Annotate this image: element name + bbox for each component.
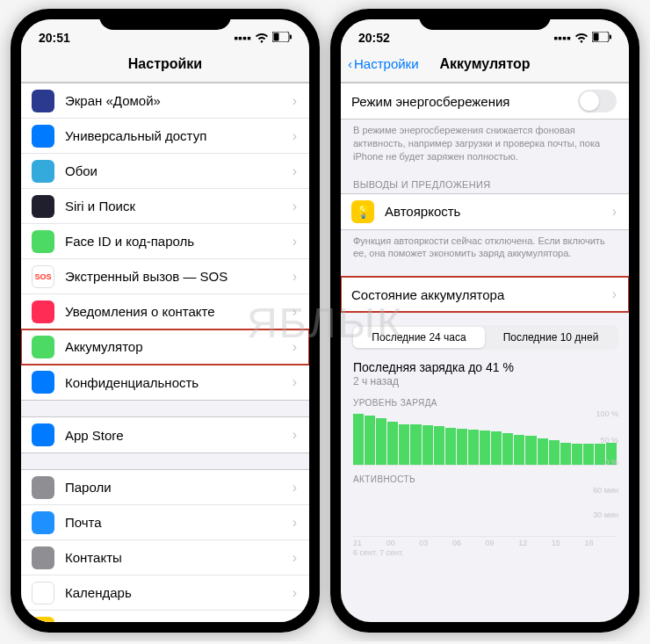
settings-row[interactable]: Пароли› bbox=[21, 470, 309, 505]
row-label: Экстренный вызов — SOS bbox=[65, 269, 287, 284]
settings-row[interactable]: Контакты› bbox=[21, 540, 309, 575]
row-label: App Store bbox=[65, 428, 287, 443]
settings-row[interactable]: Заметки› bbox=[21, 611, 309, 622]
low-power-footer: В режиме энергосбережения снижается фоно… bbox=[341, 119, 629, 163]
status-time: 20:51 bbox=[39, 31, 70, 45]
low-power-toggle[interactable] bbox=[578, 90, 617, 112]
chevron-right-icon: › bbox=[292, 128, 297, 144]
signal-icon: ▪▪▪▪ bbox=[553, 31, 571, 45]
chevron-right-icon: › bbox=[292, 304, 297, 320]
svg-rect-1 bbox=[274, 33, 279, 41]
level-bar bbox=[434, 426, 444, 465]
activity-bar bbox=[549, 535, 560, 536]
seg-24h[interactable]: Последние 24 часа bbox=[353, 327, 485, 348]
x-tick: 21 bbox=[353, 539, 386, 547]
app-icon bbox=[32, 230, 54, 253]
chevron-right-icon: › bbox=[612, 204, 617, 220]
settings-row[interactable]: Обои› bbox=[21, 154, 309, 189]
level-bar bbox=[538, 438, 548, 466]
settings-row[interactable]: Универсальный доступ› bbox=[21, 119, 309, 154]
activity-bar bbox=[445, 535, 456, 536]
row-label: Контакты bbox=[65, 550, 287, 565]
notch bbox=[99, 9, 231, 30]
seg-10d[interactable]: Последние 10 дней bbox=[485, 327, 617, 348]
battery-icon bbox=[592, 31, 611, 45]
settings-content[interactable]: Экран «Домой»›Универсальный доступ›Обои›… bbox=[21, 83, 309, 622]
status-time: 20:52 bbox=[358, 31, 390, 45]
signal-icon: ▪▪▪▪ bbox=[234, 31, 251, 45]
x-tick: 15 bbox=[552, 539, 584, 547]
activity-bar bbox=[353, 535, 364, 536]
activity-bar bbox=[572, 535, 582, 536]
settings-group-2: App Store› bbox=[21, 416, 309, 453]
row-label: Универсальный доступ bbox=[65, 128, 287, 143]
settings-group-3: Пароли›Почта›Контакты›Календарь›Заметки›… bbox=[21, 469, 309, 622]
level-bar bbox=[502, 433, 513, 466]
chevron-right-icon: › bbox=[292, 585, 297, 601]
activity-bar bbox=[480, 535, 490, 536]
settings-row[interactable]: Календарь› bbox=[21, 575, 309, 611]
chevron-right-icon: › bbox=[292, 234, 297, 250]
settings-row[interactable]: Face ID и код-пароль› bbox=[21, 224, 309, 259]
app-icon bbox=[32, 160, 54, 183]
time-range-segmented[interactable]: Последние 24 часа Последние 10 дней bbox=[351, 325, 618, 350]
last-charge-sub: 2 ч назад bbox=[353, 375, 617, 387]
low-power-row[interactable]: Режим энергосбережения bbox=[341, 83, 629, 119]
x-tick: 09 bbox=[486, 539, 518, 547]
level-bar bbox=[457, 429, 467, 465]
x-tick: 03 bbox=[419, 539, 451, 547]
activity-bar bbox=[387, 535, 398, 536]
level-chart-area: 100 % 50 % 0 % bbox=[353, 411, 617, 466]
suggestions-list: 💡 Автояркость › bbox=[341, 193, 629, 230]
settings-row[interactable]: Конфиденциальность› bbox=[21, 365, 309, 400]
level-bar bbox=[514, 435, 524, 465]
activity-bar bbox=[538, 535, 548, 536]
phone-left: 20:51 ▪▪▪▪ Настройки Экран «Домой»›Униве… bbox=[11, 9, 320, 633]
x-axis-dates: 6 сент. 7 сент. bbox=[353, 548, 617, 557]
settings-row[interactable]: Аккумулятор› bbox=[21, 329, 309, 365]
row-label: Календарь bbox=[65, 585, 287, 600]
app-icon bbox=[32, 546, 54, 569]
row-label: Обои bbox=[65, 163, 287, 178]
chevron-right-icon: › bbox=[292, 550, 297, 566]
app-icon bbox=[32, 476, 54, 499]
chevron-right-icon: › bbox=[292, 199, 297, 214]
activity-bar bbox=[365, 535, 375, 536]
level-bar bbox=[525, 436, 536, 465]
activity-bar bbox=[410, 535, 421, 536]
activity-chart-area: 60 мин 30 мин bbox=[353, 488, 617, 537]
level-bar bbox=[572, 444, 582, 465]
app-icon bbox=[32, 300, 54, 323]
row-label: Siri и Поиск bbox=[65, 199, 287, 213]
settings-row[interactable]: App Store› bbox=[21, 417, 309, 452]
back-button[interactable]: ‹ Настройки bbox=[348, 56, 419, 71]
settings-row[interactable]: Экран «Домой»› bbox=[21, 83, 309, 119]
settings-row[interactable]: SOSЭкстренный вызов — SOS› bbox=[21, 259, 309, 294]
settings-row[interactable]: Уведомления о контакте› bbox=[21, 294, 309, 329]
last-charge: Последняя зарядка до 41 % 2 ч назад bbox=[341, 357, 629, 389]
app-icon bbox=[32, 371, 54, 394]
chevron-right-icon: › bbox=[292, 163, 297, 179]
settings-row[interactable]: Почта› bbox=[21, 505, 309, 540]
level-bar bbox=[549, 440, 560, 465]
level-bar bbox=[353, 414, 364, 465]
svg-rect-2 bbox=[290, 35, 292, 40]
level-bar bbox=[445, 428, 456, 466]
battery-health-row[interactable]: Состояние аккумулятора › bbox=[341, 277, 629, 312]
chevron-right-icon: › bbox=[292, 480, 297, 496]
page-title: Настройки bbox=[30, 56, 300, 72]
battery-health-list: Состояние аккумулятора › bbox=[341, 276, 629, 313]
settings-row[interactable]: Siri и Поиск› bbox=[21, 189, 309, 224]
row-label: Аккумулятор bbox=[65, 339, 287, 354]
suggestions-footer: Функция автояркости сейчас отключена. Ес… bbox=[341, 230, 629, 261]
svg-rect-4 bbox=[594, 33, 599, 41]
bulb-icon: 💡 bbox=[351, 200, 374, 223]
auto-brightness-row[interactable]: 💡 Автояркость › bbox=[341, 194, 629, 229]
app-icon bbox=[32, 90, 54, 112]
battery-content[interactable]: Режим энергосбережения В режиме энергосб… bbox=[341, 83, 629, 622]
level-bar bbox=[365, 416, 375, 465]
chevron-right-icon: › bbox=[612, 286, 617, 302]
activity-label: АКТИВНОСТЬ bbox=[353, 474, 617, 484]
x-tick: 12 bbox=[518, 539, 551, 547]
y-50: 50 % bbox=[600, 436, 618, 445]
